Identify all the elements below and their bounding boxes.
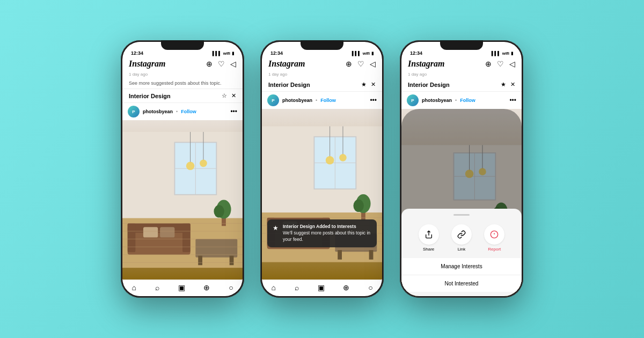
timestamp-3: 1 day ago bbox=[401, 71, 522, 78]
topic-actions-3: ★ ✕ bbox=[501, 81, 515, 88]
nav-icons-2: ⊕ ♡ ◁ bbox=[346, 60, 376, 68]
svg-rect-11 bbox=[128, 223, 191, 233]
heart-icon-1[interactable]: ♡ bbox=[218, 60, 225, 68]
add-icon-3[interactable]: ⊕ bbox=[485, 60, 492, 68]
more-icon-1[interactable]: ••• bbox=[230, 108, 237, 115]
topic-actions-1: ☆ ✕ bbox=[222, 92, 236, 99]
reels-tab-2[interactable]: ▣ bbox=[318, 283, 325, 292]
app-logo-3: Instagram bbox=[408, 59, 444, 69]
search-tab-1[interactable]: ⌕ bbox=[155, 283, 159, 292]
nav-icons-1: ⊕ ♡ ◁ bbox=[206, 60, 236, 68]
phone-1: 12:34 ▌▌▌ wifi ▮ Instagram ⊕ ♡ ◁ 1 day a… bbox=[121, 40, 244, 298]
screen-3: 12:34 ▌▌▌ wifi ▮ Instagram ⊕ ♡ ◁ 1 day a… bbox=[401, 42, 522, 296]
follow-btn-1[interactable]: Follow bbox=[181, 109, 196, 114]
add-icon-2[interactable]: ⊕ bbox=[346, 60, 352, 68]
toast-body: We'll suggest more posts about this topi… bbox=[283, 230, 371, 243]
share-label: Share bbox=[423, 247, 434, 252]
nav-bar-1: Instagram ⊕ ♡ ◁ bbox=[122, 57, 243, 71]
svg-rect-14 bbox=[143, 227, 158, 237]
status-icons-3: ▌▌▌ wifi ▮ bbox=[492, 51, 513, 56]
dot-sep-2: • bbox=[316, 98, 317, 103]
shop-tab-2[interactable]: ⊕ bbox=[343, 283, 349, 292]
sheet-link-item: Link bbox=[451, 224, 472, 252]
heart-icon-2[interactable]: ♡ bbox=[357, 60, 364, 68]
home-tab-2[interactable]: ⌂ bbox=[271, 283, 275, 292]
shop-tab-1[interactable]: ⊕ bbox=[203, 283, 210, 292]
profile-tab-1[interactable]: ○ bbox=[229, 283, 233, 292]
send-icon-3[interactable]: ◁ bbox=[509, 60, 515, 68]
follow-btn-3[interactable]: Follow bbox=[460, 98, 475, 103]
avatar-2: P bbox=[267, 94, 279, 106]
search-tab-2[interactable]: ⌕ bbox=[295, 283, 299, 292]
room-svg-1 bbox=[122, 120, 243, 280]
bottom-tabs-1: ⌂ ⌕ ▣ ⊕ ○ bbox=[122, 280, 243, 296]
sheet-report-item: Report bbox=[484, 224, 504, 252]
app-logo-1: Instagram bbox=[129, 59, 165, 69]
report-label: Report bbox=[488, 247, 501, 252]
star-icon-1[interactable]: ☆ bbox=[222, 92, 227, 99]
dot-sep-3: • bbox=[455, 98, 457, 103]
svg-rect-45 bbox=[338, 250, 342, 260]
room-svg-2 bbox=[262, 109, 382, 280]
star-filled-icon-2[interactable]: ★ bbox=[361, 81, 367, 88]
phone-3-wrapper: 12:34 ▌▌▌ wifi ▮ Instagram ⊕ ♡ ◁ 1 day a… bbox=[400, 40, 523, 298]
author-name-3: photosbyean bbox=[422, 98, 452, 103]
post-image-2: ★ Interior Design Added to Interests We'… bbox=[262, 109, 382, 280]
svg-rect-18 bbox=[230, 256, 234, 266]
add-icon-1[interactable]: ⊕ bbox=[206, 60, 213, 68]
status-icons-1: ▌▌▌ wifi ▮ bbox=[213, 51, 234, 56]
battery-icon-3: ▮ bbox=[511, 51, 513, 56]
timestamp-1: 1 day ago bbox=[122, 71, 243, 78]
status-time-1: 12:34 bbox=[131, 50, 143, 56]
more-icon-2[interactable]: ••• bbox=[370, 97, 377, 104]
sheet-share-circle[interactable] bbox=[419, 224, 439, 245]
post-author-3: P photosbyean • Follow bbox=[407, 94, 475, 106]
post-header-1: P photosbyean • Follow ••• bbox=[122, 103, 243, 120]
send-icon-2[interactable]: ◁ bbox=[370, 60, 376, 68]
not-interested-btn[interactable]: Not Interested bbox=[401, 275, 522, 292]
star-filled-icon-3[interactable]: ★ bbox=[501, 81, 506, 88]
heart-icon-3[interactable]: ♡ bbox=[497, 60, 504, 68]
follow-btn-2[interactable]: Follow bbox=[320, 98, 336, 103]
sheet-share-item: Share bbox=[419, 224, 439, 252]
topic-name-2: Interior Design bbox=[268, 82, 310, 88]
report-icon bbox=[490, 230, 499, 239]
close-icon-1[interactable]: ✕ bbox=[231, 92, 236, 99]
svg-point-7 bbox=[186, 161, 195, 170]
manage-interests-btn[interactable]: Manage Interests bbox=[401, 258, 522, 275]
sheet-link-circle[interactable] bbox=[451, 224, 472, 245]
post-author-1: P photosbyean • Follow bbox=[128, 106, 196, 117]
toast-notification: ★ Interior Design Added to Interests We'… bbox=[267, 219, 377, 247]
post-header-3: P photosbyean • Follow ••• bbox=[401, 92, 522, 109]
notch-1 bbox=[161, 40, 204, 50]
reels-tab-1[interactable]: ▣ bbox=[178, 283, 185, 292]
signal-icon-3: ▌▌▌ bbox=[492, 51, 501, 56]
phone-1-wrapper: 12:34 ▌▌▌ wifi ▮ Instagram ⊕ ♡ ◁ 1 day a… bbox=[121, 40, 244, 298]
home-tab-1[interactable]: ⌂ bbox=[131, 283, 136, 292]
signal-icon-2: ▌▌▌ bbox=[352, 51, 361, 56]
battery-icon: ▮ bbox=[232, 51, 234, 56]
svg-point-35 bbox=[326, 156, 334, 165]
author-name-2: photosbyean bbox=[282, 98, 312, 103]
svg-rect-13 bbox=[182, 223, 191, 252]
wifi-icon-2: wifi bbox=[363, 51, 370, 56]
nav-bar-3: Instagram ⊕ ♡ ◁ bbox=[401, 57, 522, 71]
profile-tab-2[interactable]: ○ bbox=[368, 283, 372, 292]
timestamp-2: 1 day ago bbox=[262, 71, 382, 78]
wifi-icon: wifi bbox=[223, 51, 230, 56]
sheet-report-circle[interactable] bbox=[484, 224, 504, 245]
nav-icons-3: ⊕ ♡ ◁ bbox=[485, 60, 515, 68]
send-icon-1[interactable]: ◁ bbox=[230, 60, 236, 68]
nav-bar-2: Instagram ⊕ ♡ ◁ bbox=[262, 57, 382, 71]
app-logo-2: Instagram bbox=[268, 59, 305, 69]
topic-row-1: Interior Design ☆ ✕ bbox=[122, 89, 243, 103]
topic-row-2: Interior Design ★ ✕ bbox=[262, 78, 382, 92]
more-icon-3[interactable]: ••• bbox=[509, 97, 516, 104]
notch-3 bbox=[440, 40, 483, 50]
avatar-3: P bbox=[407, 94, 419, 106]
close-icon-2[interactable]: ✕ bbox=[371, 81, 376, 88]
post-author-2: P photosbyean • Follow bbox=[267, 94, 336, 106]
phone-2: 12:34 ▌▌▌ wifi ▮ Instagram ⊕ ♡ ◁ 1 day a… bbox=[260, 40, 384, 298]
phone-2-wrapper: 12:34 ▌▌▌ wifi ▮ Instagram ⊕ ♡ ◁ 1 day a… bbox=[260, 40, 384, 298]
close-icon-3[interactable]: ✕ bbox=[510, 81, 515, 88]
